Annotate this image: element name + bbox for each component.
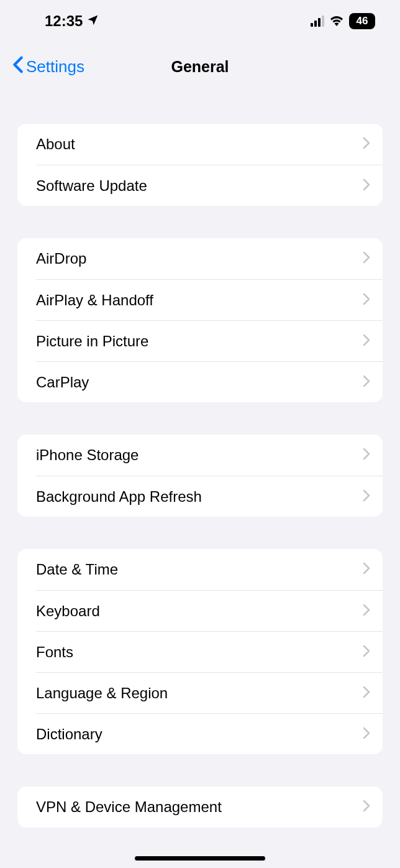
row-about[interactable]: About	[17, 124, 383, 165]
content: About Software Update AirDrop AirPlay & …	[0, 124, 400, 828]
nav-bar: Settings General	[0, 37, 400, 93]
chevron-right-icon	[363, 726, 370, 743]
wifi-icon	[329, 14, 344, 29]
battery-badge: 46	[349, 13, 375, 29]
row-airplay-handoff[interactable]: AirPlay & Handoff	[36, 279, 383, 320]
row-label: Language & Region	[36, 685, 168, 702]
chevron-right-icon	[363, 798, 370, 816]
row-carplay[interactable]: CarPlay	[36, 361, 383, 402]
row-airdrop[interactable]: AirDrop	[17, 238, 383, 279]
row-label: CarPlay	[36, 374, 89, 391]
row-label: Picture in Picture	[36, 333, 148, 350]
row-label: VPN & Device Management	[36, 798, 222, 816]
section: Date & Time Keyboard Fonts Language & Re…	[17, 549, 383, 754]
chevron-left-icon	[12, 56, 24, 78]
back-label: Settings	[26, 57, 84, 76]
section: iPhone Storage Background App Refresh	[17, 435, 383, 517]
row-iphone-storage[interactable]: iPhone Storage	[17, 435, 383, 476]
row-label: AirDrop	[36, 250, 86, 267]
row-label: Fonts	[36, 644, 73, 661]
status-left: 12:35	[45, 12, 99, 30]
row-label: Background App Refresh	[36, 488, 202, 506]
row-dictionary[interactable]: Dictionary	[36, 713, 383, 754]
row-language-region[interactable]: Language & Region	[36, 672, 383, 713]
row-background-app-refresh[interactable]: Background App Refresh	[36, 476, 383, 517]
chevron-right-icon	[363, 685, 370, 702]
status-time: 12:35	[45, 12, 83, 30]
section: VPN & Device Management	[17, 787, 383, 828]
page-title: General	[171, 58, 229, 76]
row-keyboard[interactable]: Keyboard	[36, 590, 383, 631]
row-software-update[interactable]: Software Update	[36, 165, 383, 206]
chevron-right-icon	[363, 136, 370, 153]
status-bar: 12:35 46	[0, 0, 400, 37]
section: AirDrop AirPlay & Handoff Picture in Pic…	[17, 238, 383, 402]
row-label: Software Update	[36, 177, 147, 195]
row-label: iPhone Storage	[36, 446, 139, 464]
chevron-right-icon	[363, 374, 370, 391]
row-label: Keyboard	[36, 603, 100, 620]
cellular-icon	[311, 16, 324, 27]
row-fonts[interactable]: Fonts	[36, 631, 383, 672]
chevron-right-icon	[363, 488, 370, 506]
chevron-right-icon	[363, 561, 370, 578]
back-button[interactable]: Settings	[12, 56, 84, 78]
section: About Software Update	[17, 124, 383, 206]
chevron-right-icon	[363, 250, 370, 267]
row-label: Dictionary	[36, 726, 102, 743]
chevron-right-icon	[363, 177, 370, 195]
status-right: 46	[311, 13, 375, 29]
row-vpn-device-management[interactable]: VPN & Device Management	[17, 787, 383, 828]
row-picture-in-picture[interactable]: Picture in Picture	[36, 320, 383, 361]
chevron-right-icon	[363, 292, 370, 309]
chevron-right-icon	[363, 446, 370, 464]
row-date-time[interactable]: Date & Time	[17, 549, 383, 590]
location-icon	[86, 12, 99, 30]
home-indicator[interactable]	[135, 856, 265, 861]
chevron-right-icon	[363, 644, 370, 661]
row-label: AirPlay & Handoff	[36, 292, 153, 309]
row-label: Date & Time	[36, 561, 118, 578]
chevron-right-icon	[363, 603, 370, 620]
chevron-right-icon	[363, 333, 370, 350]
row-label: About	[36, 136, 75, 153]
